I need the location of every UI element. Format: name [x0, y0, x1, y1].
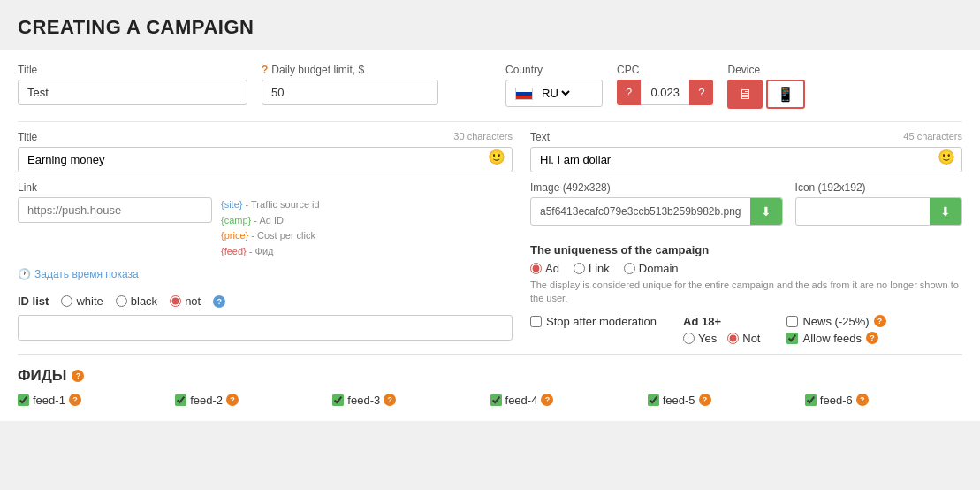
- feed-3-checkbox[interactable]: [332, 394, 344, 406]
- list-item: feed-2 ?: [175, 394, 332, 407]
- link-label: Link: [18, 181, 513, 194]
- cpc-help-button[interactable]: ?: [689, 80, 713, 105]
- feed-2-help-icon[interactable]: ?: [226, 394, 239, 406]
- feed-1-checkbox[interactable]: [18, 394, 29, 406]
- device-mobile-button[interactable]: 📱: [766, 80, 805, 109]
- ad18-yes-radio[interactable]: [683, 333, 695, 344]
- cpc-group: ? 0.023 ?: [617, 80, 713, 105]
- image-field: a5f6413ecafc079e3ccb513b259b982b.png ⬇: [530, 197, 783, 226]
- feed-6-label[interactable]: feed-6 ?: [805, 394, 962, 407]
- icon-upload-button[interactable]: ⬇: [930, 198, 961, 225]
- list-item: feed-5 ?: [648, 394, 805, 407]
- uniqueness-link-option[interactable]: Link: [574, 262, 610, 275]
- feed-3-help-icon[interactable]: ?: [384, 394, 396, 406]
- ad-text-input[interactable]: [530, 147, 962, 172]
- cpc-question-button[interactable]: ?: [617, 80, 641, 105]
- list-item: feed-3 ?: [332, 394, 490, 407]
- feed-6-checkbox[interactable]: [805, 394, 817, 406]
- list-item: feed-6 ?: [805, 394, 962, 407]
- feeds-title: ФИДЫ ?: [18, 367, 962, 385]
- icon-field: ⬇: [795, 197, 962, 226]
- id-list-label: ID list: [18, 295, 49, 308]
- image-upload-button[interactable]: ⬇: [750, 198, 782, 225]
- id-list-white-option[interactable]: white: [61, 295, 103, 308]
- feed-5-help-icon[interactable]: ?: [699, 394, 711, 406]
- budget-help-icon[interactable]: ?: [262, 64, 268, 76]
- uniqueness-domain-radio[interactable]: [624, 263, 635, 274]
- ad18-not-radio[interactable]: [727, 333, 739, 344]
- text-char-count: 45 characters: [903, 131, 962, 143]
- flag-icon: [515, 88, 533, 100]
- list-item: feed-1 ?: [18, 394, 175, 407]
- cpc-label: CPC: [617, 64, 713, 76]
- uniqueness-ad-option[interactable]: Ad: [530, 262, 559, 275]
- allow-feeds-checkbox[interactable]: [786, 333, 798, 344]
- feed-2-checkbox[interactable]: [175, 394, 186, 406]
- ad-title-input[interactable]: [18, 147, 513, 172]
- ad18-not-option[interactable]: Not: [727, 332, 760, 345]
- uniqueness-domain-option[interactable]: Domain: [624, 262, 679, 275]
- feed-4-label[interactable]: feed-4 ?: [490, 394, 648, 407]
- link-input[interactable]: [18, 197, 212, 223]
- allow-feeds-checkbox-label[interactable]: Allow feeds ?: [786, 332, 885, 345]
- cpc-value: 0.023: [641, 80, 689, 105]
- divider-1: [18, 121, 962, 122]
- feed-5-checkbox[interactable]: [648, 394, 659, 406]
- country-label: Country: [505, 64, 603, 76]
- uniqueness-ad-radio[interactable]: [530, 263, 542, 274]
- allow-feeds-help-icon[interactable]: ?: [866, 332, 878, 344]
- id-list-not-option[interactable]: not: [170, 295, 201, 308]
- feed-4-checkbox[interactable]: [490, 394, 502, 406]
- clock-icon: 🕐: [18, 268, 31, 280]
- id-list-black-option[interactable]: black: [116, 295, 157, 308]
- country-dropdown[interactable]: RU: [538, 86, 573, 101]
- news-checkbox[interactable]: [786, 316, 798, 327]
- device-label: Device: [727, 64, 805, 76]
- link-hints: {site} - Traffic source id {camp} - Ad I…: [221, 197, 320, 259]
- image-label: Image (492x328): [530, 181, 783, 194]
- ad18-yes-option[interactable]: Yes: [683, 332, 717, 345]
- id-list-not-radio[interactable]: [170, 295, 181, 307]
- feed-5-label[interactable]: feed-5 ?: [648, 394, 805, 407]
- feeds-help-icon[interactable]: ?: [72, 370, 84, 382]
- stop-after-checkbox-label[interactable]: Stop after moderation: [530, 315, 657, 328]
- icon-value: [796, 206, 930, 217]
- title-char-count: 30 characters: [453, 131, 513, 143]
- page-title: CREATING A CAMPAIGN: [18, 16, 962, 39]
- text-emoji-button[interactable]: 🙂: [938, 149, 955, 165]
- uniqueness-label: The uniqueness of the campaign: [530, 243, 962, 256]
- device-group: 🖥 📱: [727, 80, 805, 109]
- text-label: Text: [530, 131, 550, 143]
- image-value: a5f6413ecafc079e3ccb513b259b982b.png: [531, 200, 750, 223]
- id-list-input[interactable]: [18, 315, 513, 341]
- title-top-label: Title: [18, 64, 247, 76]
- icon-label: Icon (192x192): [795, 181, 962, 194]
- list-item: feed-4 ?: [490, 394, 648, 407]
- news-checkbox-label[interactable]: News (-25%) ?: [786, 315, 885, 328]
- id-list-white-radio[interactable]: [61, 295, 72, 307]
- device-desktop-button[interactable]: 🖥: [727, 80, 763, 109]
- feed-4-help-icon[interactable]: ?: [541, 394, 553, 406]
- stop-after-checkbox[interactable]: [530, 316, 542, 327]
- ad18-group: Ad 18+ Yes Not: [683, 315, 760, 345]
- emoji-button[interactable]: 🙂: [488, 149, 505, 165]
- id-list-help-icon[interactable]: ?: [213, 295, 225, 308]
- feed-6-help-icon[interactable]: ?: [856, 394, 869, 406]
- budget-input[interactable]: [262, 80, 438, 105]
- feed-1-help-icon[interactable]: ?: [69, 394, 81, 406]
- feeds-grid: feed-1 ? feed-2 ? feed-3 ?: [18, 394, 962, 407]
- feeds-section: ФИДЫ ? feed-1 ? feed-2 ?: [18, 354, 962, 407]
- stop-after-group: Stop after moderation: [530, 315, 657, 328]
- show-time-link[interactable]: 🕐 Задать время показа: [18, 268, 513, 280]
- ad18-label: Ad 18+: [683, 315, 760, 328]
- title-top-input[interactable]: [18, 80, 247, 105]
- feed-1-label[interactable]: feed-1 ?: [18, 394, 175, 407]
- right-options: News (-25%) ? Allow feeds ?: [786, 315, 885, 345]
- news-help-icon[interactable]: ?: [874, 315, 886, 327]
- budget-label: ? Daily budget limit, $: [262, 64, 438, 76]
- country-select[interactable]: RU: [505, 80, 603, 107]
- uniqueness-link-radio[interactable]: [574, 263, 585, 274]
- feed-2-label[interactable]: feed-2 ?: [175, 394, 332, 407]
- feed-3-label[interactable]: feed-3 ?: [332, 394, 490, 407]
- id-list-black-radio[interactable]: [116, 295, 127, 307]
